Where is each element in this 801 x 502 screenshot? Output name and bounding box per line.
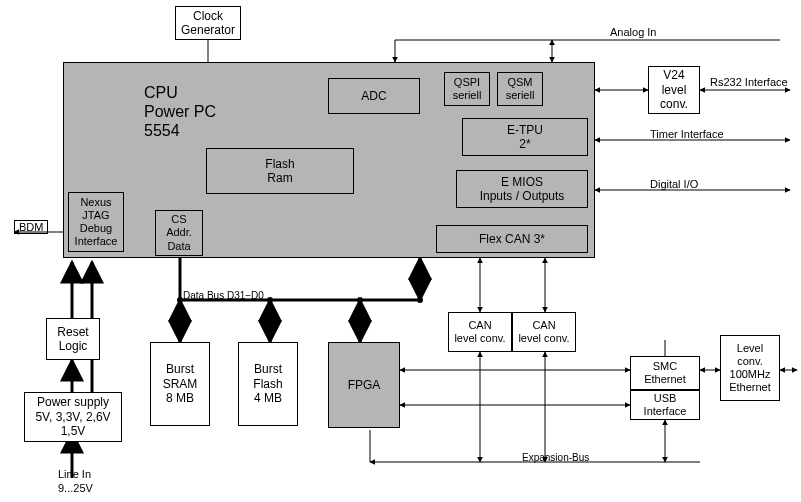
timer-label: Timer Interface (650, 128, 724, 140)
expansion-bus-label: Expansion-Bus (522, 452, 589, 463)
usb-interface: USB Interface (630, 390, 700, 420)
line-in-label-2: 9...25V (58, 482, 93, 494)
burst-sram: Burst SRAM 8 MB (150, 342, 210, 426)
adc: ADC (328, 78, 420, 114)
qspi: QSPI seriell (444, 72, 490, 106)
etpu: E-TPU 2* (462, 118, 588, 156)
smc-ethernet: SMC Ethernet (630, 356, 700, 390)
svg-point-16 (267, 297, 273, 303)
reset-logic: Reset Logic (46, 318, 100, 360)
level-conv-ethernet: Level conv. 100MHz Ethernet (720, 335, 780, 401)
cs-addr-data: CS Addr. Data (155, 210, 203, 256)
flash-ram: Flash Ram (206, 148, 354, 194)
digital-io-label: Digital I/O (650, 178, 698, 190)
power-supply: Power supply 5V, 3,3V, 2,6V 1,5V (24, 392, 122, 442)
cpu-title: CPU Power PC 5554 (144, 83, 216, 141)
svg-point-18 (417, 297, 423, 303)
cpu-line3: 5554 (144, 121, 216, 140)
qsm: QSM seriell (497, 72, 543, 106)
data-bus-label: Data Bus D31−D0 (183, 290, 264, 301)
line-in-label-1: Line In (58, 468, 91, 480)
fpga: FPGA (328, 342, 400, 428)
can-level-conv-1: CAN level conv. (448, 312, 512, 352)
v24-level-conv: V24 level conv. (648, 66, 700, 114)
cpu-line1: CPU (144, 83, 216, 102)
svg-point-17 (357, 297, 363, 303)
emios: E MIOS Inputs / Outputs (456, 170, 588, 208)
cpu-line2: Power PC (144, 102, 216, 121)
flexcan: Flex CAN 3* (436, 225, 588, 253)
burst-flash: Burst Flash 4 MB (238, 342, 298, 426)
bdm-label: BDM (14, 220, 48, 234)
can-level-conv-2: CAN level conv. (512, 312, 576, 352)
analog-in-label: Analog In (610, 26, 656, 38)
rs232-label: Rs232 Interface (710, 76, 788, 88)
clock-generator: Clock Generator (175, 6, 241, 40)
nexus-jtag: Nexus JTAG Debug Interface (68, 192, 124, 252)
